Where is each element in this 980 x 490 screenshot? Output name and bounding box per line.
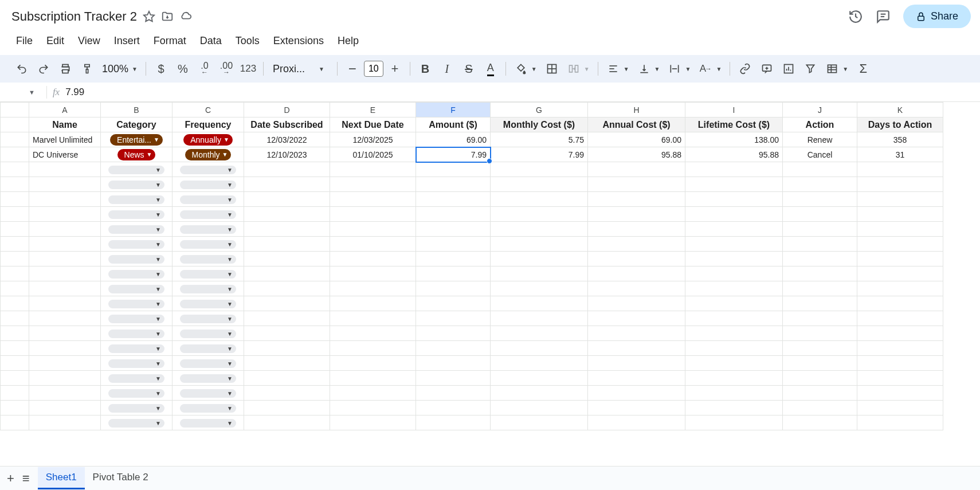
cell[interactable] xyxy=(588,252,685,266)
cell[interactable]: ▼ xyxy=(173,296,244,311)
cell[interactable] xyxy=(29,252,101,266)
cell[interactable]: ▼ xyxy=(101,237,173,252)
cell[interactable] xyxy=(416,326,491,341)
cell[interactable] xyxy=(588,192,685,207)
cell[interactable] xyxy=(330,341,416,356)
column-header-E[interactable]: E xyxy=(330,103,416,117)
cell[interactable]: ▼ xyxy=(101,281,173,296)
filter-button[interactable] xyxy=(800,58,821,79)
cell[interactable]: Annually▼ xyxy=(173,132,244,147)
star-icon[interactable] xyxy=(143,10,155,23)
cell[interactable]: 138.00 xyxy=(685,132,783,147)
cell[interactable] xyxy=(783,192,857,207)
cell[interactable]: ▼ xyxy=(101,386,173,401)
cell[interactable] xyxy=(857,252,943,266)
dropdown-chip[interactable]: Monthly▼ xyxy=(185,149,232,160)
cell[interactable]: ▼ xyxy=(173,401,244,415)
cell[interactable] xyxy=(685,252,783,266)
cell[interactable] xyxy=(29,341,101,356)
cell[interactable] xyxy=(491,207,588,222)
move-folder-icon[interactable] xyxy=(161,10,174,23)
cell[interactable]: ▼ xyxy=(173,386,244,401)
cell[interactable] xyxy=(857,162,943,177)
cell[interactable] xyxy=(857,237,943,252)
cell[interactable] xyxy=(685,266,783,281)
cell[interactable] xyxy=(416,281,491,296)
column-header-B[interactable]: B xyxy=(101,103,173,117)
cell[interactable]: ▼ xyxy=(101,296,173,311)
cell[interactable] xyxy=(416,415,491,430)
insert-chart-button[interactable] xyxy=(778,58,799,79)
cell[interactable] xyxy=(783,371,857,386)
cell[interactable] xyxy=(416,162,491,177)
column-header-I[interactable]: I xyxy=(685,103,783,117)
cell[interactable]: ▼ xyxy=(173,252,244,266)
cell[interactable] xyxy=(330,356,416,371)
cell[interactable] xyxy=(330,415,416,430)
cell[interactable] xyxy=(588,371,685,386)
cell[interactable] xyxy=(857,386,943,401)
history-icon[interactable] xyxy=(848,9,863,24)
bold-button[interactable]: B xyxy=(415,58,436,79)
menu-edit[interactable]: Edit xyxy=(41,33,70,49)
strikethrough-button[interactable]: S xyxy=(458,58,479,79)
cell[interactable] xyxy=(857,192,943,207)
cell[interactable] xyxy=(685,371,783,386)
cell[interactable] xyxy=(783,326,857,341)
print-button[interactable] xyxy=(55,58,76,79)
cell[interactable]: ▼ xyxy=(173,162,244,177)
cell[interactable] xyxy=(857,401,943,415)
dropdown-chip[interactable]: ▼ xyxy=(108,344,164,353)
field-header[interactable]: Days to Action xyxy=(857,117,943,132)
column-header-D[interactable]: D xyxy=(244,103,330,117)
cell[interactable] xyxy=(244,311,330,326)
cell[interactable] xyxy=(244,356,330,371)
cell[interactable]: ▼ xyxy=(173,415,244,430)
cell[interactable] xyxy=(783,401,857,415)
cell[interactable] xyxy=(857,341,943,356)
cell[interactable] xyxy=(685,296,783,311)
table-view-button[interactable] xyxy=(822,58,842,79)
cell[interactable]: 12/03/2025 xyxy=(330,132,416,147)
cell[interactable] xyxy=(857,415,943,430)
field-header[interactable]: Next Due Date xyxy=(330,117,416,132)
field-header[interactable]: Date Subscribed xyxy=(244,117,330,132)
cell[interactable] xyxy=(416,401,491,415)
cell[interactable] xyxy=(244,326,330,341)
increase-decimal-button[interactable]: .00→ xyxy=(216,58,237,79)
menu-help[interactable]: Help xyxy=(332,33,364,49)
cell[interactable]: ▼ xyxy=(173,356,244,371)
dropdown-chip[interactable]: ▼ xyxy=(180,359,236,368)
cell[interactable] xyxy=(330,266,416,281)
cell[interactable] xyxy=(416,266,491,281)
dropdown-chip[interactable]: ▼ xyxy=(180,404,236,413)
italic-button[interactable]: I xyxy=(437,58,457,79)
cell[interactable] xyxy=(416,207,491,222)
cell[interactable] xyxy=(29,237,101,252)
cell[interactable] xyxy=(416,386,491,401)
cell[interactable] xyxy=(244,252,330,266)
decrease-font-button[interactable]: − xyxy=(342,58,363,79)
cell[interactable]: News▼ xyxy=(101,147,173,162)
cell[interactable] xyxy=(330,401,416,415)
cell[interactable] xyxy=(685,192,783,207)
cell[interactable] xyxy=(685,311,783,326)
cell[interactable] xyxy=(783,296,857,311)
dropdown-chip[interactable]: ▼ xyxy=(180,315,236,323)
field-header[interactable]: Action xyxy=(783,117,857,132)
cell[interactable] xyxy=(588,162,685,177)
menu-insert[interactable]: Insert xyxy=(108,33,146,49)
cell[interactable] xyxy=(244,401,330,415)
dropdown-chip[interactable]: ▼ xyxy=(180,374,236,383)
dropdown-chip[interactable]: Annually▼ xyxy=(183,134,233,146)
cell[interactable] xyxy=(416,192,491,207)
cell[interactable] xyxy=(29,207,101,222)
cell[interactable]: ▼ xyxy=(173,311,244,326)
cell[interactable]: Entertai...▼ xyxy=(101,132,173,147)
field-header[interactable]: Monthly Cost ($) xyxy=(491,117,588,132)
dropdown-chip[interactable]: ▼ xyxy=(180,419,236,428)
cell[interactable] xyxy=(588,415,685,430)
insert-comment-button[interactable] xyxy=(756,58,777,79)
cell[interactable] xyxy=(244,371,330,386)
dropdown-chip[interactable]: ▼ xyxy=(108,285,164,293)
